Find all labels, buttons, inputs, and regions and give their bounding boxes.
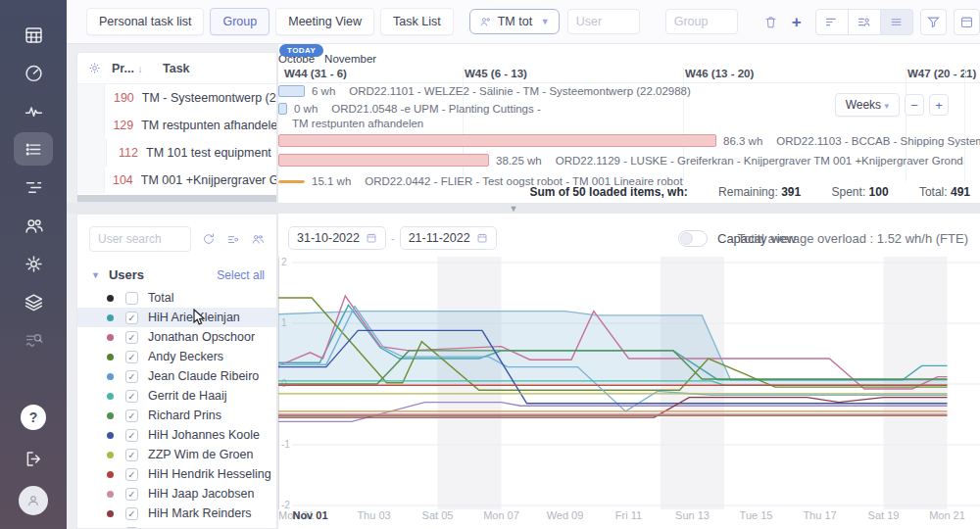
select-all-link[interactable]: Select all <box>217 268 265 282</box>
user-list-item[interactable]: ✓Gerrit de Haaij <box>77 386 276 406</box>
user-checkbox[interactable]: ✓ <box>125 370 138 383</box>
user-list-item[interactable]: Total <box>77 288 276 308</box>
date-to-input[interactable]: 21-11-2022 <box>400 226 497 250</box>
tab-group[interactable]: Group <box>210 8 270 35</box>
refresh-icon[interactable] <box>202 232 216 246</box>
tab-meeting-view[interactable]: Meeting View <box>275 8 374 35</box>
analysis-search-icon[interactable] <box>14 323 53 357</box>
dashboard-icon[interactable] <box>14 56 53 89</box>
user-filter-input[interactable] <box>567 9 640 34</box>
schedule-icon[interactable] <box>14 18 53 51</box>
gantt-week-label: W44 (31 - 6) <box>284 68 347 79</box>
calendar-icon[interactable] <box>954 9 980 35</box>
user-checkbox[interactable]: ✓ <box>125 409 138 422</box>
view-type-select[interactable]: TM tot ▼ <box>469 9 560 34</box>
settings-icon[interactable] <box>14 247 53 280</box>
view-type-value: TM tot <box>498 15 532 28</box>
user-color-dot <box>107 373 114 380</box>
task-row[interactable]: 104TM 001 +Knijpergraver G... <box>77 167 276 194</box>
main-sidebar: ? <box>0 0 67 529</box>
user-checkbox[interactable]: ✓ <box>125 429 138 442</box>
task-name: TM restpunten afhandele... <box>141 119 276 132</box>
priority-column-header[interactable]: Pr... ↓ <box>112 62 163 75</box>
date-range-dash: - <box>391 232 395 244</box>
task-list-icon[interactable] <box>14 132 53 166</box>
task-rows: 190TM - Systeemontwerp (2...129TM restpu… <box>77 84 276 194</box>
time-unit-select[interactable]: Weeks ▾ <box>835 93 900 117</box>
add-button[interactable]: + <box>792 14 802 30</box>
filter-favorites-icon[interactable] <box>920 9 947 35</box>
gantt-week-label: W46 (13 - 20) <box>685 68 754 79</box>
user-list-item[interactable]: ✓Jean Claude Ribeiro <box>77 366 276 386</box>
user-color-dot <box>107 510 114 517</box>
layers-icon[interactable] <box>14 285 53 318</box>
gantt-task-bar[interactable] <box>278 154 489 167</box>
user-list-item[interactable]: ✓HiH Jaap Jacobsen <box>77 484 276 504</box>
sort-priority-icon[interactable] <box>815 9 849 35</box>
user-search-input[interactable] <box>89 226 191 252</box>
task-row[interactable]: 112TM 101 test equipment <box>77 139 276 167</box>
user-list-item[interactable]: ✓Richard Prins <box>77 406 276 425</box>
task-name: TM - Systeemontwerp (2... <box>142 91 276 105</box>
gantt-row: 6 whORD22.1101 - WELZE2 - Sälinie - TM -… <box>278 85 691 97</box>
logout-icon[interactable] <box>14 442 53 475</box>
tab-personal-task-list[interactable]: Personal task list <box>86 8 204 35</box>
people-icon[interactable] <box>14 209 53 242</box>
user-list-item[interactable]: ✓HiH Johannes Koole <box>77 425 276 445</box>
group-view-icon <box>479 16 492 28</box>
date-from-input[interactable]: 31-10-2022 <box>288 226 386 250</box>
user-list-item[interactable]: ✓Andy Beckers <box>77 347 276 366</box>
user-list-item[interactable]: ✓HiH Arie Kleinjan <box>77 308 276 327</box>
top-toolbar: Personal task listGroupMeeting ViewTask … <box>67 0 980 44</box>
user-checkbox[interactable]: ✓ <box>125 449 138 461</box>
user-checkbox[interactable]: ✓ <box>125 507 138 520</box>
task-column-header[interactable]: Task <box>163 62 190 75</box>
app-window: ? Personal task listGroupMeeting ViewTas… <box>0 0 980 529</box>
task-priority: 112 <box>107 146 146 160</box>
list-view-icon[interactable] <box>880 9 913 35</box>
user-list-item[interactable]: ✓Viro Matthijs Waringa <box>77 523 276 529</box>
x-axis-label: Sun 13 <box>675 509 710 521</box>
pane-splitter[interactable]: ▼ <box>67 203 980 214</box>
user-checkbox[interactable]: ✓ <box>125 488 138 501</box>
subtasks-icon[interactable] <box>14 170 53 204</box>
tab-task-list[interactable]: Task List <box>380 8 454 35</box>
user-avatar[interactable] <box>19 486 48 515</box>
gantt-task-bar[interactable] <box>278 85 305 97</box>
group-filter-input[interactable] <box>665 9 738 34</box>
gantt-row: 0 whORD21.0548 -e UPM - Planting Cutting… <box>278 103 541 115</box>
user-checkbox[interactable]: ✓ <box>125 351 138 363</box>
task-row[interactable]: 190TM - Systeemontwerp (2... <box>77 84 276 112</box>
gantt-bar-label: 0 whORD21.0548 -e UPM - Planting Cutting… <box>294 103 541 115</box>
sort-by-user-icon[interactable] <box>848 9 881 35</box>
zoom-out-button[interactable]: − <box>905 94 924 116</box>
gantt-task-bar[interactable] <box>278 180 305 183</box>
gantt-task-bar[interactable] <box>278 134 716 147</box>
user-checkbox[interactable]: ✓ <box>125 331 138 344</box>
column-settings-icon[interactable] <box>87 61 102 75</box>
user-checkbox[interactable]: ✓ <box>125 312 138 324</box>
chevron-down-icon[interactable]: ▼ <box>91 270 100 280</box>
user-list-item[interactable]: ✓HiH Mark Reinders <box>77 504 276 523</box>
mouse-cursor <box>193 309 207 326</box>
help-icon[interactable]: ? <box>21 405 46 430</box>
chart-x-axis: Mon 31Nov 01Thu 03Sat 05Mon 07Wed 09Fri … <box>278 509 980 527</box>
user-checkbox[interactable]: ✓ <box>125 468 138 481</box>
capacity-view-toggle[interactable] <box>678 230 708 247</box>
task-row[interactable]: 129TM restpunten afhandele... <box>77 112 276 139</box>
view-tabs: Personal task listGroupMeeting ViewTask … <box>86 8 460 35</box>
task-list-scrollbar[interactable] <box>77 195 276 202</box>
zoom-in-button[interactable]: + <box>929 94 949 116</box>
activity-icon[interactable] <box>14 94 53 127</box>
user-list-item[interactable]: ✓HiH Hendrik Hesseling <box>77 464 276 484</box>
sort-users-icon[interactable] <box>226 232 240 246</box>
user-color-dot <box>107 491 114 498</box>
user-list-item[interactable]: ✓Jonathan Opschoor <box>77 327 276 347</box>
user-checkbox[interactable] <box>125 292 138 305</box>
user-list-item[interactable]: ✓ZZP Wim de Groen <box>77 445 276 464</box>
group-users-icon[interactable] <box>251 232 265 246</box>
x-axis-label: Tue 15 <box>740 509 773 521</box>
user-checkbox[interactable]: ✓ <box>125 390 138 403</box>
trash-icon[interactable] <box>763 15 778 29</box>
gantt-task-bar[interactable] <box>278 103 287 115</box>
